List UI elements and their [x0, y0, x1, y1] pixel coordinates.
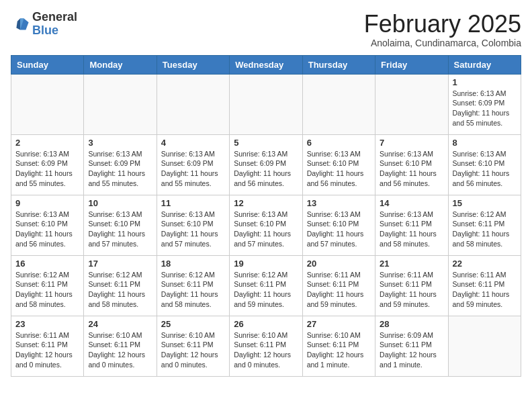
day-info: Sunrise: 6:13 AM Sunset: 6:09 PM Dayligh… — [88, 149, 152, 189]
day-number: 25 — [161, 319, 225, 329]
day-number: 14 — [380, 198, 443, 208]
month-title: February 2025 — [364, 11, 521, 38]
day-number: 10 — [88, 198, 152, 208]
day-info: Sunrise: 6:10 AM Sunset: 6:11 PM Dayligh… — [161, 330, 225, 370]
day-number: 1 — [453, 77, 517, 87]
calendar-cell — [11, 74, 84, 134]
day-number: 28 — [380, 319, 443, 329]
calendar-cell: 22Sunrise: 6:11 AM Sunset: 6:11 PM Dayli… — [448, 255, 521, 316]
day-header-wednesday: Wednesday — [230, 55, 302, 74]
calendar-cell: 7Sunrise: 6:13 AM Sunset: 6:10 PM Daylig… — [375, 134, 448, 195]
day-info: Sunrise: 6:12 AM Sunset: 6:11 PM Dayligh… — [88, 270, 152, 310]
week-row-3: 16Sunrise: 6:12 AM Sunset: 6:11 PM Dayli… — [11, 255, 521, 316]
calendar-cell: 23Sunrise: 6:11 AM Sunset: 6:11 PM Dayli… — [11, 316, 84, 376]
day-info: Sunrise: 6:12 AM Sunset: 6:11 PM Dayligh… — [15, 270, 79, 310]
calendar-cell — [302, 74, 375, 134]
day-number: 12 — [234, 198, 298, 208]
calendar-header-row: SundayMondayTuesdayWednesdayThursdayFrid… — [11, 55, 521, 74]
day-info: Sunrise: 6:10 AM Sunset: 6:11 PM Dayligh… — [307, 330, 371, 370]
day-number: 17 — [88, 259, 152, 269]
day-number: 23 — [15, 319, 79, 329]
day-info: Sunrise: 6:11 AM Sunset: 6:11 PM Dayligh… — [380, 270, 443, 310]
day-number: 22 — [453, 259, 517, 269]
location: Anolaima, Cundinamarca, Colombia — [364, 38, 521, 48]
day-number: 26 — [234, 319, 298, 329]
week-row-2: 9Sunrise: 6:13 AM Sunset: 6:10 PM Daylig… — [11, 195, 521, 255]
week-row-4: 23Sunrise: 6:11 AM Sunset: 6:11 PM Dayli… — [11, 316, 521, 376]
day-info: Sunrise: 6:12 AM Sunset: 6:11 PM Dayligh… — [234, 270, 298, 310]
day-info: Sunrise: 6:13 AM Sunset: 6:10 PM Dayligh… — [380, 149, 443, 189]
day-number: 20 — [307, 259, 371, 269]
day-info: Sunrise: 6:13 AM Sunset: 6:10 PM Dayligh… — [88, 210, 152, 249]
day-header-tuesday: Tuesday — [157, 55, 229, 74]
day-header-sunday: Sunday — [11, 55, 84, 74]
calendar-cell: 5Sunrise: 6:13 AM Sunset: 6:09 PM Daylig… — [230, 134, 302, 195]
calendar-cell: 16Sunrise: 6:12 AM Sunset: 6:11 PM Dayli… — [11, 255, 84, 316]
day-info: Sunrise: 6:09 AM Sunset: 6:11 PM Dayligh… — [380, 330, 443, 370]
calendar-cell: 18Sunrise: 6:12 AM Sunset: 6:11 PM Dayli… — [157, 255, 229, 316]
calendar-cell: 12Sunrise: 6:13 AM Sunset: 6:10 PM Dayli… — [230, 195, 302, 255]
svg-marker-2 — [16, 18, 20, 30]
day-info: Sunrise: 6:11 AM Sunset: 6:11 PM Dayligh… — [307, 270, 371, 310]
calendar-cell: 24Sunrise: 6:10 AM Sunset: 6:11 PM Dayli… — [84, 316, 157, 376]
calendar-cell: 26Sunrise: 6:10 AM Sunset: 6:11 PM Dayli… — [230, 316, 302, 376]
day-number: 13 — [307, 198, 371, 208]
day-number: 27 — [307, 319, 371, 329]
logo-blue: Blue — [32, 24, 58, 37]
day-number: 4 — [161, 138, 225, 148]
calendar-cell: 21Sunrise: 6:11 AM Sunset: 6:11 PM Dayli… — [375, 255, 448, 316]
calendar-cell — [375, 74, 448, 134]
day-info: Sunrise: 6:13 AM Sunset: 6:10 PM Dayligh… — [234, 210, 298, 249]
calendar-cell: 25Sunrise: 6:10 AM Sunset: 6:11 PM Dayli… — [157, 316, 229, 376]
day-info: Sunrise: 6:13 AM Sunset: 6:09 PM Dayligh… — [15, 149, 79, 189]
week-row-0: 1Sunrise: 6:13 AM Sunset: 6:09 PM Daylig… — [11, 74, 521, 134]
logo-icon — [11, 15, 30, 34]
calendar-cell — [230, 74, 302, 134]
day-info: Sunrise: 6:13 AM Sunset: 6:09 PM Dayligh… — [161, 149, 225, 189]
week-row-1: 2Sunrise: 6:13 AM Sunset: 6:09 PM Daylig… — [11, 134, 521, 195]
calendar-cell: 2Sunrise: 6:13 AM Sunset: 6:09 PM Daylig… — [11, 134, 84, 195]
calendar-cell: 3Sunrise: 6:13 AM Sunset: 6:09 PM Daylig… — [84, 134, 157, 195]
day-info: Sunrise: 6:11 AM Sunset: 6:11 PM Dayligh… — [15, 330, 79, 370]
day-info: Sunrise: 6:13 AM Sunset: 6:09 PM Dayligh… — [234, 149, 298, 189]
page-header: General Blue February 2025 Anolaima, Cun… — [11, 11, 521, 48]
title-block: February 2025 Anolaima, Cundinamarca, Co… — [364, 11, 521, 48]
calendar-cell: 17Sunrise: 6:12 AM Sunset: 6:11 PM Dayli… — [84, 255, 157, 316]
day-header-friday: Friday — [375, 55, 448, 74]
calendar-cell: 20Sunrise: 6:11 AM Sunset: 6:11 PM Dayli… — [302, 255, 375, 316]
day-number: 11 — [161, 198, 225, 208]
calendar-cell: 28Sunrise: 6:09 AM Sunset: 6:11 PM Dayli… — [375, 316, 448, 376]
day-info: Sunrise: 6:13 AM Sunset: 6:09 PM Dayligh… — [453, 89, 517, 128]
logo-general: General — [32, 10, 77, 24]
day-info: Sunrise: 6:10 AM Sunset: 6:11 PM Dayligh… — [234, 330, 298, 370]
calendar-cell: 11Sunrise: 6:13 AM Sunset: 6:10 PM Dayli… — [157, 195, 229, 255]
calendar-cell: 1Sunrise: 6:13 AM Sunset: 6:09 PM Daylig… — [448, 74, 521, 134]
calendar-cell: 14Sunrise: 6:13 AM Sunset: 6:11 PM Dayli… — [375, 195, 448, 255]
calendar-cell: 6Sunrise: 6:13 AM Sunset: 6:10 PM Daylig… — [302, 134, 375, 195]
calendar-cell: 13Sunrise: 6:13 AM Sunset: 6:10 PM Dayli… — [302, 195, 375, 255]
day-number: 16 — [15, 259, 79, 269]
logo-text: General Blue — [32, 11, 77, 38]
day-info: Sunrise: 6:12 AM Sunset: 6:11 PM Dayligh… — [453, 210, 517, 249]
day-number: 15 — [453, 198, 517, 208]
calendar-cell — [84, 74, 157, 134]
calendar-cell: 15Sunrise: 6:12 AM Sunset: 6:11 PM Dayli… — [448, 195, 521, 255]
day-info: Sunrise: 6:13 AM Sunset: 6:10 PM Dayligh… — [307, 210, 371, 249]
calendar-cell: 8Sunrise: 6:13 AM Sunset: 6:10 PM Daylig… — [448, 134, 521, 195]
day-number: 21 — [380, 259, 443, 269]
day-info: Sunrise: 6:10 AM Sunset: 6:11 PM Dayligh… — [88, 330, 152, 370]
day-header-thursday: Thursday — [302, 55, 375, 74]
logo: General Blue — [11, 11, 77, 38]
day-number: 3 — [88, 138, 152, 148]
day-info: Sunrise: 6:13 AM Sunset: 6:11 PM Dayligh… — [380, 210, 443, 249]
day-number: 19 — [234, 259, 298, 269]
day-info: Sunrise: 6:13 AM Sunset: 6:10 PM Dayligh… — [161, 210, 225, 249]
calendar-cell: 27Sunrise: 6:10 AM Sunset: 6:11 PM Dayli… — [302, 316, 375, 376]
calendar-cell: 9Sunrise: 6:13 AM Sunset: 6:10 PM Daylig… — [11, 195, 84, 255]
calendar-cell — [448, 316, 521, 376]
calendar-cell: 4Sunrise: 6:13 AM Sunset: 6:09 PM Daylig… — [157, 134, 229, 195]
day-number: 5 — [234, 138, 298, 148]
calendar-cell: 19Sunrise: 6:12 AM Sunset: 6:11 PM Dayli… — [230, 255, 302, 316]
day-number: 8 — [453, 138, 517, 148]
calendar-cell — [157, 74, 229, 134]
